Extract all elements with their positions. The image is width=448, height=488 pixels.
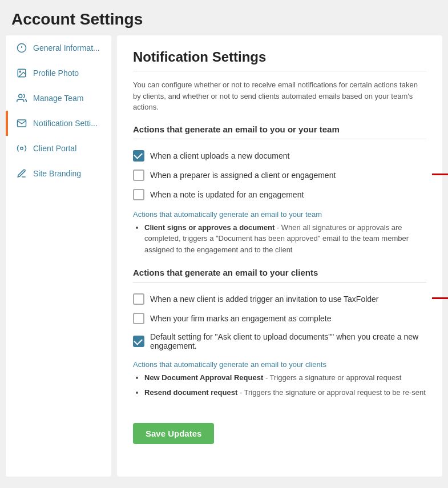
- bullet-item: New Document Approval Request - Triggers…: [144, 372, 426, 384]
- manage-team-icon: [16, 92, 27, 104]
- section2-header: Actions that generate an email to your c…: [133, 268, 426, 283]
- notification-settings-label: Notification Setti...: [33, 119, 98, 128]
- content-title: Notification Settings: [133, 49, 426, 65]
- sidebar-item-notification-settings[interactable]: Notification Setti...: [6, 111, 111, 136]
- checkbox-label-cb5: When your firm marks an engagement as co…: [150, 314, 426, 323]
- checkbox-row-cb2: When a preparer is assigned a client or …: [133, 166, 426, 185]
- sidebar-item-site-branding[interactable]: Site Branding: [6, 161, 111, 186]
- notification-settings-icon: [16, 118, 27, 129]
- svg-marker-8: [432, 293, 448, 304]
- profile-photo-label: Profile Photo: [33, 68, 79, 78]
- sidebar: General Informat...Profile PhotoManage T…: [6, 35, 111, 477]
- site-branding-icon: [16, 168, 27, 179]
- section1-bullet-list: Client signs or approves a document - Wh…: [133, 222, 426, 256]
- general-label: General Informat...: [33, 43, 100, 53]
- checkbox-row-cb4: When a new client is added trigger an in…: [133, 289, 426, 309]
- svg-point-4: [19, 71, 21, 72]
- checkbox-label-cb3: When a note is updated for an engagement: [150, 190, 426, 199]
- site-branding-label: Site Branding: [33, 169, 81, 178]
- checkbox-cb2[interactable]: [133, 170, 144, 181]
- svg-marker-7: [432, 168, 448, 180]
- checkbox-row-cb1: When a client uploads a new document: [133, 146, 426, 166]
- section1-auto-header: Actions that automatically generate an e…: [133, 210, 426, 219]
- bullet-item: Resend document request - Triggers the s…: [144, 387, 426, 398]
- checkbox-cb3[interactable]: [133, 189, 144, 200]
- checkbox-row-cb5: When your firm marks an engagement as co…: [133, 309, 426, 328]
- checkbox-cb6[interactable]: [133, 336, 144, 347]
- client-portal-icon: [16, 143, 27, 154]
- bullet-item: Client signs or approves a document - Wh…: [144, 222, 426, 256]
- svg-point-5: [19, 94, 22, 98]
- save-button[interactable]: Save Updates: [133, 423, 214, 444]
- sidebar-item-manage-team[interactable]: Manage Team: [6, 86, 111, 111]
- checkbox-label-cb4: When a new client is added trigger an in…: [150, 295, 426, 304]
- page-title: Account Settings: [0, 0, 448, 35]
- sidebar-item-profile-photo[interactable]: Profile Photo: [6, 61, 111, 86]
- svg-point-6: [21, 147, 23, 150]
- section1-checkboxes: When a client uploads a new documentWhen…: [133, 146, 426, 204]
- section2-bullet-list: New Document Approval Request - Triggers…: [133, 372, 426, 398]
- checkbox-cb5[interactable]: [133, 313, 144, 324]
- arrow-annotation-cb4: [432, 291, 448, 308]
- sidebar-item-general[interactable]: General Informat...: [6, 35, 111, 61]
- profile-photo-icon: [16, 67, 27, 79]
- checkbox-cb1[interactable]: [133, 150, 144, 162]
- content-description: You can configure whether or not to rece…: [133, 79, 426, 113]
- general-icon: [16, 42, 27, 54]
- checkbox-row-cb3: When a note is updated for an engagement: [133, 185, 426, 204]
- checkbox-cb4[interactable]: [133, 293, 144, 305]
- sidebar-item-client-portal[interactable]: Client Portal: [6, 136, 111, 161]
- section2-checkboxes: When a new client is added trigger an in…: [133, 289, 426, 354]
- section1-header: Actions that generate an email to you or…: [133, 124, 426, 139]
- arrow-annotation-cb2: [432, 166, 448, 184]
- checkbox-label-cb6: Default setting for "Ask client to uploa…: [150, 332, 426, 350]
- checkbox-label-cb1: When a client uploads a new document: [150, 151, 426, 160]
- section2-auto-header: Actions that automatically generate an e…: [133, 360, 426, 369]
- manage-team-label: Manage Team: [33, 94, 83, 103]
- checkbox-label-cb2: When a preparer is assigned a client or …: [150, 171, 426, 180]
- content-area: Notification Settings You can configure …: [117, 35, 442, 477]
- client-portal-label: Client Portal: [33, 144, 76, 153]
- checkbox-row-cb6: Default setting for "Ask client to uploa…: [133, 328, 426, 354]
